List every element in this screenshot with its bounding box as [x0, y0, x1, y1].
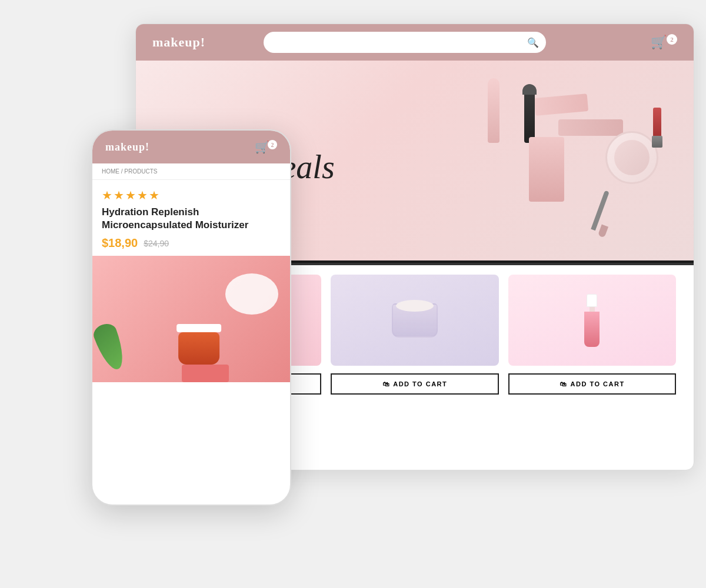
jar-lid — [176, 324, 221, 332]
cart-icon-btn-3: 🛍 — [560, 380, 567, 387]
cream-jar-illustration — [392, 303, 438, 338]
jar-glass — [392, 303, 438, 338]
mobile-frame: makeup! 🛒 2 HOME / PRODUCTS ★★★★★ Hydrat… — [91, 129, 291, 506]
desktop-product-card-3: 🛍 ADD TO CART — [508, 275, 676, 395]
mobile-product-detail: ★★★★★ Hydration Replenish Microencapsula… — [92, 180, 290, 250]
mobile-product-image — [92, 256, 290, 382]
nail-neck-pink — [590, 307, 595, 312]
add-to-cart-button-3[interactable]: 🛍 ADD TO CART — [508, 373, 676, 395]
deco-box2 — [558, 119, 623, 136]
desktop-search-wrap: 🔍 — [264, 32, 546, 53]
desktop-logo: makeup! — [152, 35, 205, 50]
cart-icon: 🛒 — [651, 35, 667, 50]
product-image-nail-pink — [508, 275, 676, 366]
breadcrumb-text: HOME / PRODUCTS — [102, 168, 157, 175]
deco-brush-head — [598, 225, 608, 238]
nail-body-pink — [584, 312, 600, 347]
jar-cream — [396, 300, 434, 312]
deco-compact-inner — [614, 140, 650, 175]
breadcrumb: HOME / PRODUCTS — [92, 163, 290, 180]
price-current: $18,90 — [102, 236, 138, 250]
add-to-cart-button-2[interactable]: 🛍 ADD TO CART — [331, 373, 498, 395]
add-to-cart-label-3: ADD TO CART — [571, 380, 625, 387]
deco-dropper-top — [522, 84, 537, 95]
mobile-cart-icon: 🛒 — [255, 140, 269, 154]
deco-tall-box — [529, 137, 564, 202]
star-rating: ★★★★★ — [102, 188, 281, 202]
desktop-product-card-2: 🛍 ADD TO CART — [331, 275, 498, 395]
deco-box1 — [534, 93, 588, 116]
product-name: Hydration Replenish Microencapsulated Mo… — [102, 206, 281, 232]
desktop-header: makeup! 🔍 🛒 2 — [136, 24, 694, 61]
hero-products-illustration — [352, 61, 694, 260]
mobile-cart-area[interactable]: 🛒 2 — [255, 140, 277, 154]
leaf-decoration — [98, 323, 134, 382]
deco-dropper — [524, 90, 535, 143]
price-original: $24,90 — [144, 239, 169, 248]
cart-icon-btn-2: 🛍 — [382, 380, 390, 387]
jar-body — [178, 332, 219, 365]
mobile-logo: makeup! — [105, 141, 149, 153]
mobile-header: makeup! 🛒 2 — [92, 131, 290, 163]
product-jar — [178, 326, 221, 365]
cloud-decoration — [225, 273, 278, 315]
desktop-search-input[interactable] — [264, 32, 546, 53]
leaf-shape — [92, 321, 129, 373]
cart-count-badge: 2 — [667, 34, 677, 45]
deco-lipstick — [653, 108, 661, 140]
product-box — [182, 365, 229, 382]
deco-lipstick-base — [652, 136, 662, 148]
search-icon: 🔍 — [527, 37, 539, 48]
desktop-cart-area[interactable]: 🛒 2 — [651, 35, 677, 50]
price-row: $18,90 $24,90 — [102, 236, 281, 250]
mobile-cart-badge: 2 — [268, 140, 277, 149]
add-to-cart-label-2: ADD TO CART — [393, 380, 447, 387]
product-image-cream — [331, 275, 498, 366]
nail-bottle-pink — [584, 294, 600, 347]
deco-brush — [591, 191, 609, 231]
nail-cap-pink — [587, 294, 597, 307]
deco-bottle — [488, 78, 499, 143]
